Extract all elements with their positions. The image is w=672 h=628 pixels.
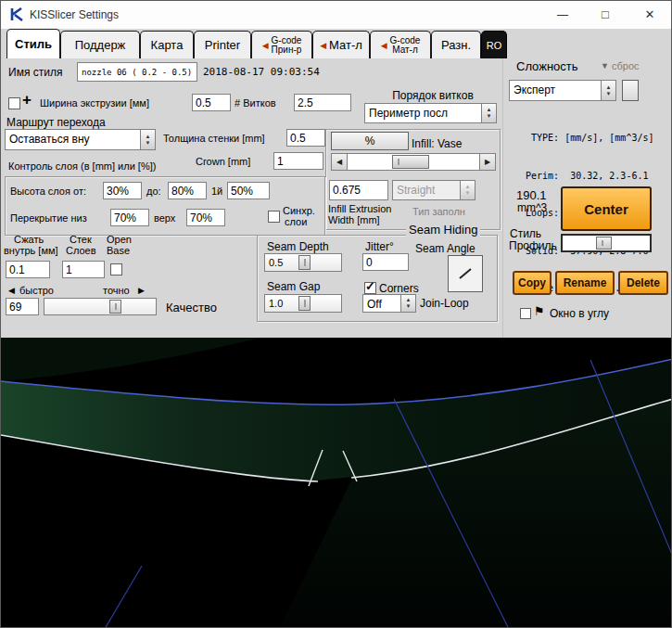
infill-scrollbar-track[interactable] [348, 154, 479, 170]
travel-path-label: Маршрут перехода [6, 116, 106, 129]
profile-slider-handle[interactable] [596, 237, 612, 250]
layer-to-input[interactable] [168, 182, 207, 199]
open-base-checkbox[interactable] [110, 263, 122, 276]
tab-ro[interactable]: RO [481, 31, 507, 58]
fast-label: быстро [19, 285, 54, 296]
reset-label[interactable]: сброс [612, 60, 640, 71]
tab-support[interactable]: Поддерж [60, 31, 140, 58]
loop-order-combobox[interactable]: Периметр посл ▲▼ [364, 103, 497, 123]
jitter-input[interactable] [362, 253, 409, 271]
complexity-value: Эксперт [510, 81, 601, 100]
quality-slider[interactable] [44, 298, 157, 315]
tab-map-label: Карта [151, 38, 184, 52]
tab-printer-label: Printer [205, 38, 240, 52]
infill-percent-button[interactable]: % [331, 132, 409, 150]
extrusion-width-label: Ширина экструзии [мм] [40, 97, 149, 109]
complexity-aux-button[interactable] [622, 80, 639, 101]
extrusion-width-input[interactable] [192, 94, 231, 111]
sync-layers-label2: слои [285, 216, 307, 227]
tab-style[interactable]: Стиль [6, 29, 60, 58]
infill-style-combobox[interactable]: Straight ▲▼ [392, 180, 475, 200]
delete-button[interactable]: Delete [618, 271, 668, 295]
seam-gap-slider[interactable]: 1.0 [264, 294, 342, 313]
loop-order-value: Периметр посл [365, 104, 481, 122]
tab-style-label: Стиль [15, 37, 52, 51]
join-loop-label: Join-Loop [420, 297, 469, 310]
minimize-button[interactable]: — [541, 1, 584, 29]
overlap-top-input[interactable] [186, 209, 225, 226]
tab-map[interactable]: Карта [140, 31, 194, 58]
tab-gcode-material[interactable]: ◀ G-code Мат-л [370, 31, 431, 58]
infill-extrusion-width-input[interactable] [329, 180, 388, 200]
seam-depth-slider[interactable]: 0.5 [264, 253, 342, 272]
seam-gap-handle[interactable] [298, 296, 311, 311]
profile-slider[interactable] [561, 234, 652, 252]
spinner-icon[interactable]: ▲▼ [481, 104, 496, 122]
layer-first-input[interactable] [227, 182, 270, 199]
seam-gap-label: Seam Gap [267, 280, 320, 293]
tab-material[interactable]: ◀ Мат-л [312, 31, 370, 58]
panel-divider [502, 58, 503, 338]
seam-angle-needle-icon [454, 263, 476, 285]
travel-path-combobox[interactable]: Оставаться вну ▲▼ [5, 129, 156, 150]
3d-viewport[interactable] [1, 338, 672, 628]
seam-depth-handle[interactable] [298, 255, 311, 270]
infill-type-label: Тип заполн [412, 206, 465, 217]
spinner-icon[interactable]: ▲▼ [400, 295, 415, 312]
crown-input[interactable] [273, 152, 323, 170]
tab-gcode-printer-label2: Прин-р [272, 45, 302, 55]
close-button[interactable]: ✕ [627, 1, 672, 29]
sync-layers-checkbox[interactable] [268, 211, 280, 223]
layer-from-input[interactable] [103, 182, 142, 199]
add-style-button[interactable]: + [22, 91, 32, 109]
travel-path-value: Оставаться вну [6, 130, 140, 149]
seam-angle-dial[interactable] [448, 255, 483, 292]
kisslicer-window: KISSlicer Settings — □ ✕ Стиль Поддерж К… [0, 0, 672, 628]
quality-slider-handle[interactable] [109, 300, 121, 314]
spinner-icon[interactable]: ▲▼ [460, 181, 475, 199]
scroll-right-icon[interactable]: ▶ [479, 154, 495, 170]
tab-left-arrow-icon: ◀ [381, 41, 387, 50]
tab-printer[interactable]: Printer [194, 31, 251, 58]
inset-label1: Сжать [14, 234, 44, 245]
infill-scrollbar-thumb[interactable] [392, 155, 429, 169]
rename-button[interactable]: Rename [555, 271, 615, 295]
loop-order-label: Порядок витков [368, 89, 498, 102]
check-icon: ✓ [365, 279, 375, 293]
complexity-combobox[interactable]: Эксперт ▲▼ [509, 80, 616, 101]
open-base-label2: Base [107, 245, 130, 256]
scroll-left-icon[interactable]: ◀ [332, 154, 348, 170]
infill-ew-label1: Infill Extrusion [328, 203, 391, 214]
style-name-value: nozzle 06 ( 0.2 - 0.5) [78, 63, 197, 81]
tab-left-arrow-icon: ◀ [262, 41, 269, 50]
infill-scrollbar[interactable]: ◀ ▶ [331, 153, 496, 171]
copy-button[interactable]: Copy [513, 271, 552, 295]
tab-gcode-printer[interactable]: ◀ G-code Прин-р [251, 31, 312, 58]
corners-checkbox[interactable]: ✓ [364, 282, 376, 294]
quality-input[interactable] [6, 298, 39, 315]
layer-control-label: Контроль слоя (в [mm] или [%]) [8, 160, 156, 172]
inset-input[interactable] [6, 261, 50, 278]
style-name-label: Имя стиля [8, 66, 62, 79]
loops-count-input[interactable] [294, 94, 351, 111]
precise-arrow-icon: ▶ [138, 286, 145, 295]
infill-vase-label: Infill: Vase [412, 137, 462, 150]
tab-misc[interactable]: Разн. [431, 31, 481, 58]
center-button[interactable]: Center [561, 186, 652, 231]
style-timestamp: 2018-08-17 09:03:54 [203, 66, 320, 78]
style-name-combobox[interactable]: nozzle 06 ( 0.2 - 0.5) [77, 62, 197, 82]
wall-thickness-input[interactable] [286, 129, 325, 147]
spinner-icon[interactable]: ▲▼ [140, 130, 155, 149]
tab-gcode-material-label2: Мат-л [392, 45, 418, 55]
sync-layers-label1: Синхр. [283, 205, 315, 216]
style-lock-checkbox[interactable] [8, 97, 20, 109]
stack-input[interactable] [62, 261, 105, 278]
layer-first-label: 1й [211, 186, 222, 197]
overlap-label: Перекрытие низ [10, 212, 87, 224]
maximize-button[interactable]: □ [584, 1, 627, 29]
spinner-icon[interactable]: ▲▼ [601, 81, 615, 100]
overlap-bottom-input[interactable] [110, 209, 149, 226]
reset-arrow-icon: ▼ [601, 61, 609, 70]
join-loop-combobox[interactable]: Off ▲▼ [362, 294, 416, 313]
corner-window-checkbox[interactable] [520, 308, 531, 319]
